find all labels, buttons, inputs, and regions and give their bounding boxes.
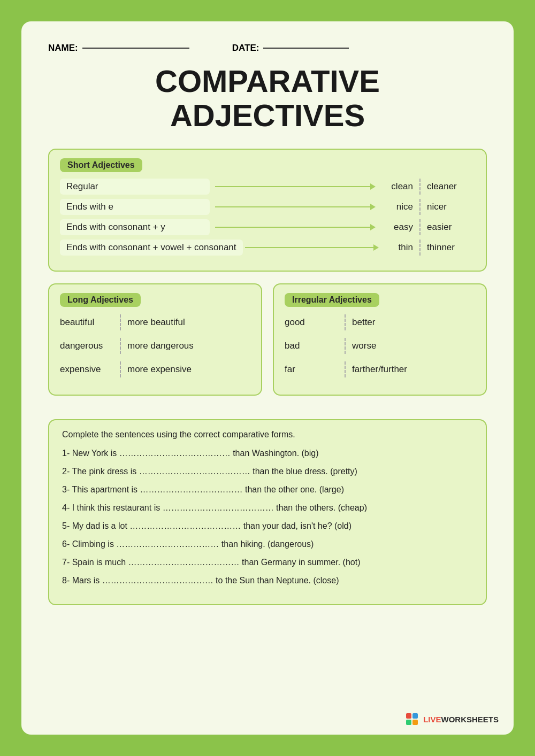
exercise-item-6: 6- Climbing is ……………………………… than hiking.… — [62, 538, 473, 551]
lw-squares — [406, 713, 418, 725]
lw-sq-green — [406, 720, 411, 725]
irr-div-3 — [345, 361, 346, 377]
arrow-head-2 — [370, 204, 376, 210]
lw-live-part: LIVE — [423, 715, 441, 724]
irregular-adj-label: Irregular Adjectives — [285, 293, 379, 307]
long-adj-row-2: dangerous more dangerous — [60, 337, 250, 355]
exercise-item-1: 1- New York is ………………………………… than Washin… — [62, 447, 473, 460]
irr-comp-2: worse — [352, 341, 376, 351]
short-adj-row-3: Ends with consonant + y easy easier — [60, 219, 475, 235]
exercises-instruction: Complete the sentences using the correct… — [62, 430, 473, 439]
arrow-line-inner-2 — [215, 206, 371, 207]
arrow-head-4 — [373, 244, 379, 251]
arrow-3 — [215, 224, 376, 230]
arrow-2 — [215, 204, 376, 210]
irr-word-1: good — [285, 317, 338, 328]
name-label: NAME: — [48, 43, 78, 53]
irr-comp-1: better — [352, 317, 375, 328]
irr-div-1 — [345, 314, 346, 330]
irr-adj-row-3: far farther/further — [285, 360, 475, 379]
long-div-1 — [120, 314, 121, 330]
arrow-head-3 — [370, 224, 376, 230]
long-div-3 — [120, 361, 121, 377]
example-4: thin — [381, 242, 413, 253]
arrow-1 — [215, 183, 376, 190]
example-2: nice — [381, 202, 413, 212]
bottom-sections: Long Adjectives beautiful more beautiful… — [48, 283, 487, 407]
short-adj-table: Regular clean cleaner Ends with e nice n… — [60, 179, 475, 256]
date-field: DATE: — [232, 43, 349, 53]
exercise-item-2: 2- The pink dress is ………………………………… than … — [62, 465, 473, 478]
lw-text: LIVEWORKSHEETS — [423, 715, 499, 724]
short-rule-3: Ends with consonant + y — [60, 219, 210, 235]
comparative-3: easier — [427, 222, 475, 233]
arrow-4 — [245, 244, 379, 251]
long-adj-box: Long Adjectives beautiful more beautiful… — [48, 283, 262, 396]
short-adjectives-box: Short Adjectives Regular clean cleaner E… — [48, 149, 487, 272]
short-adj-row-2: Ends with e nice nicer — [60, 199, 475, 215]
short-adj-row-4: Ends with consonant + vowel + consonant … — [60, 240, 475, 256]
date-line — [263, 48, 349, 49]
long-word-1: beautiful — [60, 317, 113, 328]
exercise-item-8: 8- Mars is ………………………………… to the Sun than… — [62, 574, 473, 587]
arrow-line-inner-3 — [215, 227, 371, 228]
name-line — [82, 48, 189, 49]
irregular-adj-box: Irregular Adjectives good better bad wor… — [273, 283, 487, 396]
short-adj-label: Short Adjectives — [60, 158, 142, 172]
example-1: clean — [381, 181, 413, 192]
short-rule-2: Ends with e — [60, 199, 210, 215]
long-comp-3: more expensive — [127, 364, 192, 375]
short-rule-1: Regular — [60, 179, 210, 195]
exercise-item-4: 4- I think this restaurant is …………………………… — [62, 502, 473, 514]
name-field: NAME: — [48, 43, 189, 53]
long-comp-1: more beautiful — [127, 317, 185, 328]
lw-logo — [406, 713, 420, 725]
long-adj-row-1: beautiful more beautiful — [60, 313, 250, 331]
exercises-box: Complete the sentences using the correct… — [48, 419, 487, 605]
exercise-item-3: 3- This apartment is ……………………………… than t… — [62, 483, 473, 496]
irr-word-2: bad — [285, 341, 338, 351]
long-comp-2: more dangerous — [127, 341, 194, 351]
long-adj-label: Long Adjectives — [60, 293, 141, 307]
long-word-3: expensive — [60, 364, 113, 375]
irr-adj-row-2: bad worse — [285, 337, 475, 355]
irr-comp-3: farther/further — [352, 364, 407, 375]
irr-word-3: far — [285, 364, 338, 375]
page: NAME: DATE: COMPARATIVE ADJECTIVES Short… — [21, 21, 514, 735]
lw-sq-orange — [412, 720, 418, 725]
exercise-item-5: 5- My dad is a lot ………………………………… than yo… — [62, 520, 473, 533]
lw-sq-blue — [412, 713, 418, 719]
long-word-2: dangerous — [60, 341, 113, 351]
irr-adj-row-1: good better — [285, 313, 475, 331]
header-row: NAME: DATE: — [48, 43, 487, 53]
exercise-items: 1- New York is ………………………………… than Washin… — [62, 447, 473, 587]
arrow-head-1 — [370, 183, 376, 190]
divider-3 — [419, 219, 421, 235]
comparative-1: cleaner — [427, 181, 475, 192]
long-div-2 — [120, 338, 121, 354]
example-3: easy — [381, 222, 413, 233]
comparative-2: nicer — [427, 202, 475, 212]
exercise-item-7: 7- Spain is much ………………………………… than Germ… — [62, 556, 473, 569]
comparative-4: thinner — [427, 242, 475, 253]
short-adj-row-1: Regular clean cleaner — [60, 179, 475, 195]
long-adj-row-3: expensive more expensive — [60, 360, 250, 379]
lw-sq-red — [406, 713, 411, 719]
divider-1 — [419, 179, 421, 195]
irr-div-2 — [345, 338, 346, 354]
irregular-adj-rows: good better bad worse far farther/furthe… — [285, 313, 475, 379]
main-title: COMPARATIVE ADJECTIVES — [48, 64, 487, 133]
arrow-line-inner-1 — [215, 186, 371, 187]
divider-2 — [419, 199, 421, 215]
arrow-line-inner-4 — [245, 247, 374, 248]
date-label: DATE: — [232, 43, 259, 53]
divider-4 — [419, 240, 421, 256]
liveworksheets-badge: LIVEWORKSHEETS — [406, 713, 499, 725]
long-adj-rows: beautiful more beautiful dangerous more … — [60, 313, 250, 379]
short-rule-4: Ends with consonant + vowel + consonant — [60, 240, 243, 256]
